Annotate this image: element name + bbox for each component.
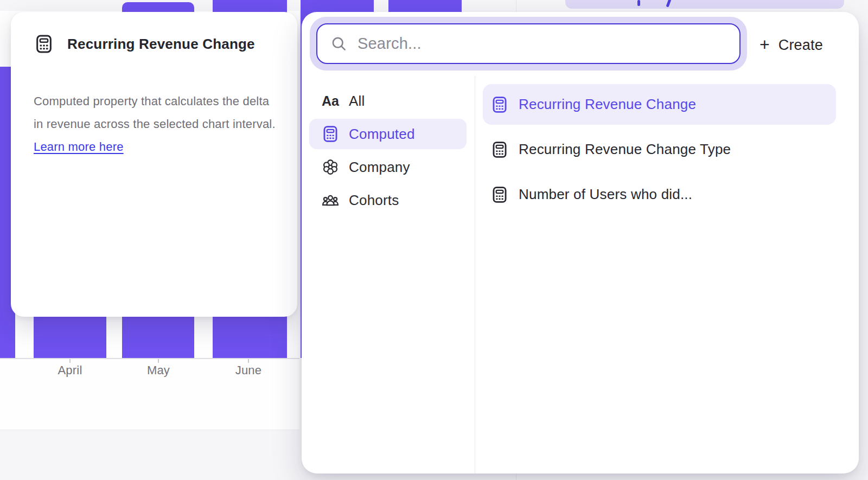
- filter-label: Company: [349, 159, 410, 176]
- company-icon: [321, 158, 340, 176]
- axis-tick: [69, 359, 71, 363]
- clipped-text-fragment: [637, 0, 640, 6]
- x-axis-label-april: April: [32, 363, 108, 377]
- picker-column-divider: [475, 76, 475, 473]
- axis-tick: [248, 359, 249, 363]
- x-axis-label-june: June: [210, 363, 286, 377]
- result-list: Recurring Revenue Change Recurring Reven…: [483, 84, 836, 215]
- background-horizontal-divider: [0, 430, 299, 430]
- filter-label: Cohorts: [349, 192, 399, 209]
- x-axis-line: [0, 358, 299, 359]
- cohorts-icon: [321, 191, 340, 209]
- filter-label: All: [349, 93, 365, 110]
- filter-item-computed[interactable]: Computed: [309, 119, 467, 149]
- create-button-label: Create: [778, 37, 823, 54]
- search-focus-halo: [310, 17, 747, 71]
- search-box[interactable]: [316, 23, 741, 64]
- filter-item-company[interactable]: Company: [309, 152, 467, 182]
- result-item-recurring-revenue-change[interactable]: Recurring Revenue Change: [483, 84, 836, 125]
- filter-list: Aa All Computed: [309, 86, 467, 215]
- x-axis-label-may: May: [120, 363, 196, 377]
- result-item-number-of-users[interactable]: Number of Users who did...: [483, 174, 836, 215]
- calculator-icon: [34, 34, 54, 54]
- clipped-text-fragment: [666, 0, 672, 7]
- result-label: Number of Users who did...: [519, 186, 692, 203]
- result-label: Recurring Revenue Change: [519, 96, 696, 113]
- property-picker-modal: + Create Aa All Computed: [302, 12, 859, 473]
- search-icon: [330, 35, 348, 53]
- tooltip-description: Computed property that calculates the de…: [34, 90, 277, 158]
- calculator-icon: [490, 185, 509, 204]
- clipped-highlight-pill: [565, 0, 844, 9]
- calculator-icon: [490, 95, 509, 114]
- tooltip-title: Recurring Revenue Change: [67, 36, 255, 53]
- filter-item-cohorts[interactable]: Cohorts: [309, 185, 467, 215]
- create-button[interactable]: + Create: [752, 30, 831, 60]
- tooltip-description-text: Computed property that calculates the de…: [34, 94, 276, 131]
- filter-label: Computed: [349, 126, 415, 143]
- plus-icon: +: [760, 36, 770, 53]
- calculator-icon: [321, 125, 340, 143]
- text-property-icon: Aa: [321, 93, 340, 109]
- filter-item-all[interactable]: Aa All: [309, 86, 467, 116]
- search-input[interactable]: [356, 34, 729, 53]
- axis-tick: [158, 359, 159, 363]
- result-label: Recurring Revenue Change Type: [519, 141, 731, 158]
- result-item-recurring-revenue-change-type[interactable]: Recurring Revenue Change Type: [483, 129, 836, 170]
- calculator-icon: [490, 140, 509, 159]
- property-tooltip-card: Recurring Revenue Change Computed proper…: [11, 12, 297, 317]
- learn-more-link[interactable]: Learn more here: [34, 140, 124, 153]
